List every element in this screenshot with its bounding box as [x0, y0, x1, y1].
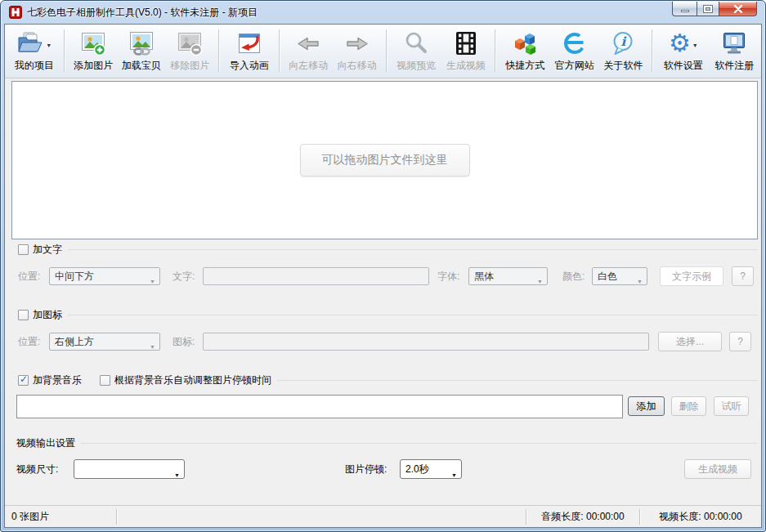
toolbar-button-my-projects[interactable]: ▼ 我的项目: [8, 27, 60, 74]
film-icon: [453, 30, 479, 56]
remove-image-icon: [177, 30, 203, 56]
music-file-input[interactable]: [16, 395, 623, 418]
titlebar[interactable]: 七彩色电子相册制作工具(V5.0) - 软件未注册 - 新项目: [1, 1, 765, 24]
color-label: 颜色:: [562, 267, 585, 285]
status-video-length: 视频长度: 00:00:00: [640, 510, 761, 524]
dropzone-hint[interactable]: 可以拖动图片文件到这里: [300, 144, 470, 177]
icon-position-label: 位置:: [18, 333, 40, 351]
toolbar-button-video-preview[interactable]: 视频预览: [392, 27, 441, 74]
divider: [68, 249, 758, 250]
toolbar-button-add-images[interactable]: 添加图片: [69, 27, 117, 74]
output-settings-label: 视频输出设置: [16, 436, 75, 450]
add-music-label: 加背景音乐: [33, 373, 82, 387]
music-listen-button[interactable]: 试听: [714, 396, 749, 416]
toolbar-button-import-animation[interactable]: 导入动画: [224, 27, 274, 74]
auto-adjust-checkbox[interactable]: [100, 375, 110, 386]
toolbar-button-shortcut[interactable]: 快捷方式: [500, 27, 550, 74]
toolbar-button-register[interactable]: 软件注册: [710, 27, 759, 74]
toolbar-separator: [279, 29, 280, 72]
icon-file-input[interactable]: [203, 333, 649, 351]
toolbar-button-move-right[interactable]: 向右移动: [333, 27, 382, 74]
pause-label: 图片停顿:: [345, 459, 387, 479]
window-title: 七彩色电子相册制作工具(V5.0) - 软件未注册 - 新项目: [27, 6, 258, 20]
video-size-label: 视频尺寸:: [16, 459, 58, 479]
video-size-select[interactable]: ▼: [74, 459, 185, 479]
chevron-down-icon: ▼: [537, 274, 543, 290]
import-animation-icon: [236, 30, 262, 56]
arrow-left-icon: [295, 30, 321, 56]
close-icon: [733, 5, 743, 13]
status-image-count: 0 张图片: [5, 510, 116, 524]
magnifier-icon: [403, 30, 429, 56]
chevron-down-icon: ▼: [174, 467, 180, 485]
status-audio-length: 音频长度: 00:00:00: [526, 510, 639, 524]
cubes-icon: [512, 30, 538, 56]
close-button[interactable]: [719, 2, 757, 16]
icon-file-label: 图标:: [172, 333, 195, 351]
divider: [277, 380, 758, 381]
add-text-section-header: 加文字: [18, 244, 758, 256]
toolbar-button-generate-video-toolbar[interactable]: 生成视频: [441, 27, 491, 74]
add-text-label: 加文字: [33, 243, 62, 257]
client-area: ▼ 我的项目 添加图片 加载宝贝 移除图片 导入动画: [4, 24, 762, 528]
toolbar-button-settings[interactable]: ⚙▼ 软件设置: [657, 27, 709, 74]
add-music-checkbox[interactable]: ✓: [18, 375, 29, 386]
add-icon-label: 加图标: [33, 308, 62, 322]
maximize-button[interactable]: [697, 2, 719, 16]
check-icon: ✓: [20, 373, 28, 385]
gear-icon: ⚙: [669, 30, 691, 56]
toolbar-button-remove-images[interactable]: 移除图片: [166, 27, 215, 74]
toolbar-separator: [64, 29, 65, 72]
generate-video-button[interactable]: 生成视频: [684, 459, 751, 479]
output-section-header: 视频输出设置: [11, 437, 758, 449]
font-select[interactable]: 黑体▼: [468, 267, 548, 285]
monitor-icon: [721, 30, 747, 56]
chevron-down-icon: ▼: [150, 274, 155, 290]
app-icon: [9, 6, 22, 19]
statusbar: 0 张图片 音频长度: 00:00:00 视频长度: 00:00:00: [5, 505, 761, 527]
divider: [68, 315, 758, 315]
toolbar-button-about[interactable]: i 关于软件: [599, 27, 648, 74]
color-select[interactable]: 白色▼: [592, 267, 647, 285]
chevron-down-icon: ▼: [692, 42, 698, 48]
chevron-down-icon: ▼: [150, 339, 155, 355]
image-dropzone[interactable]: 可以拖动图片文件到这里: [11, 81, 758, 239]
icon-position-select[interactable]: 右侧上方▼: [49, 333, 160, 351]
auto-adjust-label: 根据背景音乐自动调整图片停顿时间: [114, 373, 271, 387]
info-icon: i: [610, 30, 636, 56]
add-image-icon: [80, 30, 106, 56]
icon-select-button[interactable]: 选择...: [658, 332, 722, 351]
arrow-right-icon: [344, 30, 370, 56]
text-content-label: 文字:: [172, 267, 195, 285]
text-help-button[interactable]: ?: [732, 266, 754, 286]
statusbar-separator: [116, 509, 117, 525]
chevron-down-icon: ▼: [451, 467, 457, 485]
add-icon-section-header: 加图标: [18, 309, 758, 321]
internet-e-icon: [562, 30, 588, 56]
toolbar-button-official-website[interactable]: 官方网站: [550, 27, 599, 74]
divider: [81, 443, 758, 444]
toolbar-separator: [386, 29, 387, 72]
text-position-label: 位置:: [18, 267, 40, 285]
minimize-icon: [681, 10, 689, 12]
music-section-header: ✓ 加背景音乐 根据背景音乐自动调整图片停顿时间: [18, 374, 758, 387]
text-position-select[interactable]: 中间下方▼: [49, 267, 160, 285]
folder-icon: [16, 30, 44, 56]
add-icon-checkbox[interactable]: [18, 310, 29, 320]
toolbar-button-load-baby[interactable]: 加载宝贝: [117, 27, 166, 74]
maximize-icon: [704, 6, 712, 12]
chevron-down-icon: ▼: [46, 42, 52, 48]
pause-select[interactable]: 2.0秒▼: [400, 459, 462, 479]
music-add-button[interactable]: 添加: [628, 396, 665, 416]
load-link-image-icon: [128, 30, 155, 56]
toolbar-button-move-left[interactable]: 向左移动: [284, 27, 334, 74]
minimize-button[interactable]: [672, 2, 697, 16]
icon-help-button[interactable]: ?: [729, 332, 751, 351]
text-content-input[interactable]: [203, 267, 429, 285]
app-window: 七彩色电子相册制作工具(V5.0) - 软件未注册 - 新项目 ▼ 我的项目 添…: [0, 0, 766, 532]
add-text-checkbox[interactable]: [18, 244, 29, 255]
chevron-down-icon: ▼: [637, 274, 643, 290]
music-delete-button[interactable]: 删除: [671, 396, 706, 416]
text-sample-button[interactable]: 文字示例: [660, 266, 723, 286]
toolbar-separator: [652, 29, 652, 72]
